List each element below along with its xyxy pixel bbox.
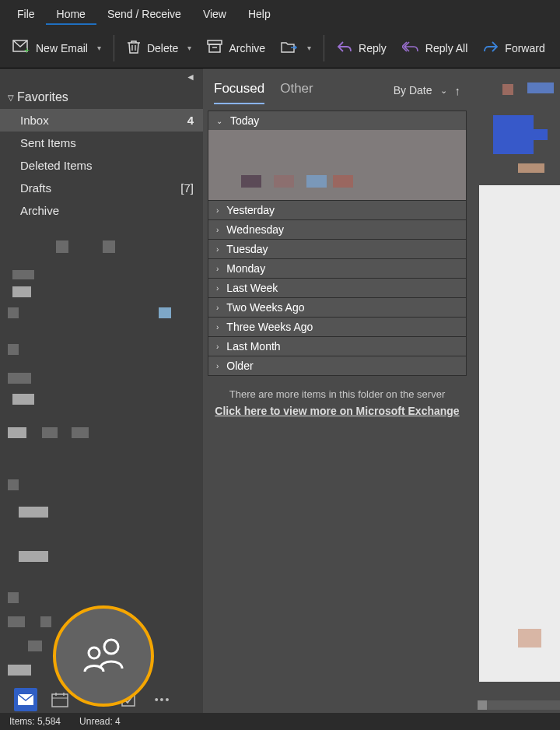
separator bbox=[114, 35, 114, 61]
folder-label: Archive bbox=[20, 204, 59, 217]
reading-pane bbox=[471, 68, 560, 713]
group-tuesday[interactable]: ›Tuesday bbox=[208, 239, 466, 258]
svg-rect-3 bbox=[209, 44, 220, 52]
group-today[interactable]: ⌄ Today bbox=[208, 111, 466, 130]
folder-label: Inbox bbox=[20, 114, 49, 127]
separator bbox=[324, 35, 324, 61]
chevron-right-icon: › bbox=[216, 284, 219, 293]
folder-count: 4 bbox=[187, 114, 194, 127]
folder-drafts[interactable]: Drafts [7] bbox=[0, 177, 203, 199]
inbox-tabs: Focused Other bbox=[214, 76, 313, 104]
delete-label: Delete bbox=[147, 42, 178, 54]
menu-home[interactable]: Home bbox=[46, 3, 96, 25]
new-email-label: New Email bbox=[36, 42, 88, 54]
tab-focused[interactable]: Focused bbox=[214, 76, 264, 104]
view-more-link-label: Click here to view more on Microsoft Exc… bbox=[215, 405, 459, 417]
horizontal-scrollbar[interactable] bbox=[478, 700, 560, 710]
svg-point-11 bbox=[104, 640, 118, 654]
forward-button[interactable]: Forward bbox=[475, 36, 552, 60]
chevron-right-icon: › bbox=[216, 323, 219, 332]
status-bar: Items: 5,584 Unread: 4 bbox=[0, 713, 560, 730]
folder-inbox[interactable]: Inbox 4 bbox=[0, 109, 203, 132]
folder-count: [7] bbox=[180, 181, 194, 195]
move-to-button[interactable]: ▾ bbox=[273, 35, 319, 61]
reply-all-button[interactable]: Reply All bbox=[394, 36, 475, 60]
archive-label: Archive bbox=[229, 42, 265, 54]
chevron-right-icon: › bbox=[216, 342, 219, 351]
message-list-header: Focused Other By Date ⌄ ↑ bbox=[208, 73, 467, 104]
people-icon-callout bbox=[53, 605, 154, 707]
group-label: Last Week bbox=[226, 282, 278, 294]
menu-send-receive[interactable]: Send / Receive bbox=[96, 3, 192, 25]
group-monday[interactable]: ›Monday bbox=[208, 258, 466, 278]
svg-rect-6 bbox=[52, 694, 68, 707]
status-unread-count: Unread: 4 bbox=[79, 716, 121, 727]
new-email-button[interactable]: + New Email ▾ bbox=[5, 35, 109, 61]
tab-other[interactable]: Other bbox=[280, 76, 313, 104]
chevron-right-icon: › bbox=[216, 226, 219, 234]
folder-archive[interactable]: Archive bbox=[0, 199, 203, 222]
view-more-link[interactable]: Click here to view more on Microsoft Exc… bbox=[208, 405, 467, 417]
group-label: Tuesday bbox=[226, 243, 268, 255]
group-two-weeks-ago[interactable]: ›Two Weeks Ago bbox=[208, 297, 466, 317]
trash-icon bbox=[127, 39, 141, 57]
folder-label: Sent Items bbox=[20, 136, 76, 149]
group-label: Last Month bbox=[226, 340, 280, 353]
redacted-block bbox=[527, 82, 554, 93]
message-group-list: ⌄ Today ›Yesterday ›Wednesday ›Tuesday ›… bbox=[208, 111, 467, 376]
delete-button[interactable]: Delete ▾ bbox=[119, 34, 199, 61]
reply-icon bbox=[337, 40, 352, 55]
group-older[interactable]: ›Older bbox=[208, 356, 466, 375]
folder-label: Drafts bbox=[20, 181, 51, 195]
mail-module-icon[interactable] bbox=[14, 688, 37, 711]
redacted-block bbox=[502, 84, 513, 95]
group-last-week[interactable]: ›Last Week bbox=[208, 278, 466, 297]
archive-button[interactable]: Archive bbox=[199, 35, 273, 61]
redacted-block bbox=[518, 629, 541, 648]
group-three-weeks-ago[interactable]: ›Three Weeks Ago bbox=[208, 317, 466, 336]
archive-icon bbox=[207, 40, 222, 56]
chevron-right-icon: › bbox=[216, 206, 219, 215]
folder-deleted-items[interactable]: Deleted Items bbox=[0, 154, 203, 177]
menu-bar: File Home Send / Receive View Help bbox=[0, 0, 560, 28]
chevron-right-icon: › bbox=[216, 362, 219, 370]
chevron-down-icon: ⌄ bbox=[216, 117, 222, 125]
chevron-down-icon[interactable]: ▾ bbox=[187, 44, 191, 52]
svg-text:+: + bbox=[24, 45, 30, 54]
group-wednesday[interactable]: ›Wednesday bbox=[208, 219, 466, 239]
sort-direction-icon[interactable]: ↑ bbox=[455, 84, 461, 97]
status-item-count: Items: 5,584 bbox=[9, 716, 61, 727]
reply-button[interactable]: Reply bbox=[329, 36, 394, 60]
chevron-right-icon: › bbox=[216, 265, 219, 273]
people-icon[interactable] bbox=[80, 636, 127, 677]
group-label: Three Weeks Ago bbox=[226, 321, 313, 333]
group-label: Yesterday bbox=[226, 204, 275, 216]
redacted-block bbox=[493, 115, 534, 154]
new-email-icon: + bbox=[12, 40, 30, 56]
group-label: Wednesday bbox=[226, 223, 284, 236]
reply-label: Reply bbox=[359, 42, 387, 54]
group-last-month[interactable]: ›Last Month bbox=[208, 336, 466, 356]
sort-by-control[interactable]: By Date ⌄ ↑ bbox=[394, 84, 460, 97]
favorites-header[interactable]: ▽ Favorites bbox=[0, 86, 203, 109]
menu-help[interactable]: Help bbox=[237, 3, 282, 25]
folder-sent-items[interactable]: Sent Items bbox=[0, 132, 203, 154]
collapse-nav-icon[interactable]: ◄ bbox=[0, 68, 203, 86]
group-label: Two Weeks Ago bbox=[226, 301, 304, 314]
chevron-down-icon[interactable]: ▾ bbox=[97, 44, 101, 52]
message-body-placeholder bbox=[479, 185, 560, 682]
sort-by-label: By Date bbox=[394, 84, 432, 97]
group-label: Monday bbox=[226, 262, 265, 275]
group-label: Today bbox=[230, 114, 259, 127]
reply-all-icon bbox=[402, 40, 419, 55]
more-modules-icon[interactable]: ••• bbox=[151, 688, 174, 711]
menu-view[interactable]: View bbox=[192, 3, 237, 25]
menu-file[interactable]: File bbox=[6, 3, 46, 25]
group-yesterday[interactable]: ›Yesterday bbox=[208, 200, 466, 219]
move-folder-icon bbox=[281, 40, 298, 56]
folder-label: Deleted Items bbox=[20, 159, 93, 172]
chevron-down-icon: ⌄ bbox=[440, 86, 447, 96]
redacted-block bbox=[534, 129, 548, 140]
chevron-down-icon[interactable]: ▾ bbox=[307, 44, 311, 52]
today-message-preview[interactable] bbox=[208, 130, 466, 200]
